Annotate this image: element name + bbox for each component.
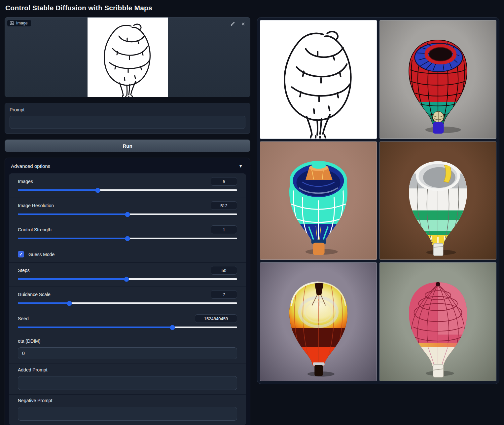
slider-handle[interactable] xyxy=(170,325,175,330)
eta-row: eta (DDIM) xyxy=(9,335,246,364)
images-number-input[interactable] xyxy=(211,177,237,186)
balloon-image xyxy=(380,20,496,138)
advanced-options-header[interactable]: Advanced options ▼ xyxy=(9,162,246,174)
image-resolution-slider[interactable] xyxy=(18,213,237,215)
gallery-item-teal-balloon[interactable] xyxy=(260,141,377,260)
slider-row-seed: Seed xyxy=(9,311,246,335)
balloon-image xyxy=(260,142,377,260)
guess-mode-label: Guess Mode xyxy=(28,252,54,257)
prompt-label: Prompt xyxy=(10,107,245,112)
images-slider[interactable] xyxy=(18,189,237,191)
slider-row-images: Images xyxy=(9,174,246,198)
slider-handle[interactable] xyxy=(67,301,72,306)
gallery-item-orange-glow-balloon[interactable] xyxy=(260,262,377,381)
seed-slider[interactable] xyxy=(18,327,237,328)
scribble-drawing xyxy=(260,20,377,138)
eta-input[interactable] xyxy=(18,347,237,359)
slider-row-steps: Steps xyxy=(9,263,246,287)
control-strength-number-input[interactable] xyxy=(211,225,237,234)
prompt-block: Prompt xyxy=(5,103,250,134)
guidance-scale-slider[interactable] xyxy=(18,302,237,304)
close-icon xyxy=(241,21,246,26)
steps-label: Steps xyxy=(18,268,30,273)
advanced-options-panel: Advanced options ▼ Images Image Resoluti… xyxy=(5,158,250,425)
control-strength-label: Control Strength xyxy=(18,227,52,232)
steps-slider[interactable] xyxy=(18,278,237,280)
negative-prompt-input[interactable] xyxy=(18,407,237,421)
slider-handle[interactable] xyxy=(95,188,100,193)
image-icon xyxy=(10,21,14,25)
negative-prompt-label: Negative Prompt xyxy=(18,398,237,403)
images-label: Images xyxy=(18,179,33,184)
image-resolution-number-input[interactable] xyxy=(211,201,237,210)
scribble-drawing xyxy=(88,18,168,97)
pencil-icon xyxy=(230,21,235,26)
input-image-panel: Image xyxy=(5,17,250,97)
balloon-image xyxy=(380,263,496,381)
clear-image-button[interactable] xyxy=(239,20,247,27)
check-icon: ✓ xyxy=(19,252,23,257)
run-button[interactable]: Run xyxy=(5,139,250,152)
balloon-image xyxy=(260,263,377,381)
added-prompt-row: Added Prompt xyxy=(9,364,246,395)
steps-number-input[interactable] xyxy=(211,266,237,275)
page-title: Control Stable Diffusion with Scribble M… xyxy=(5,4,499,12)
edit-image-button[interactable] xyxy=(229,20,236,27)
slider-handle[interactable] xyxy=(124,277,129,282)
added-prompt-label: Added Prompt xyxy=(18,367,237,372)
gallery-item-red-wireframe-balloon[interactable] xyxy=(379,20,496,139)
gallery-item-scribble[interactable] xyxy=(260,20,377,139)
balloon-image xyxy=(380,142,496,260)
image-resolution-label: Image Resolution xyxy=(18,203,54,208)
gallery-item-white-green-balloon[interactable] xyxy=(379,141,496,260)
prompt-input[interactable] xyxy=(10,116,245,129)
input-scribble-image[interactable] xyxy=(88,18,168,97)
slider-row-image-resolution: Image Resolution xyxy=(9,198,246,222)
guidance-scale-number-input[interactable] xyxy=(211,290,237,299)
output-gallery xyxy=(257,17,499,384)
guess-mode-checkbox[interactable]: ✓ xyxy=(18,251,24,257)
slider-row-control-strength: Control Strength xyxy=(9,222,246,246)
added-prompt-input[interactable] xyxy=(18,376,237,390)
seed-label: Seed xyxy=(18,316,29,321)
eta-label: eta (DDIM) xyxy=(18,338,237,344)
slider-row-guidance-scale: Guidance Scale xyxy=(9,287,246,311)
guidance-scale-label: Guidance Scale xyxy=(18,292,51,297)
collapse-arrow-icon: ▼ xyxy=(238,164,243,169)
slider-handle[interactable] xyxy=(125,236,130,241)
gallery-item-pink-balloon[interactable] xyxy=(379,262,496,381)
image-component-label: Image xyxy=(7,19,31,27)
app-root: Control Stable Diffusion with Scribble M… xyxy=(0,0,504,425)
negative-prompt-row: Negative Prompt xyxy=(9,395,246,425)
guess-mode-row[interactable]: ✓ Guess Mode xyxy=(9,246,246,263)
seed-number-input[interactable] xyxy=(195,314,237,323)
slider-handle[interactable] xyxy=(125,212,130,217)
control-strength-slider[interactable] xyxy=(18,238,237,239)
